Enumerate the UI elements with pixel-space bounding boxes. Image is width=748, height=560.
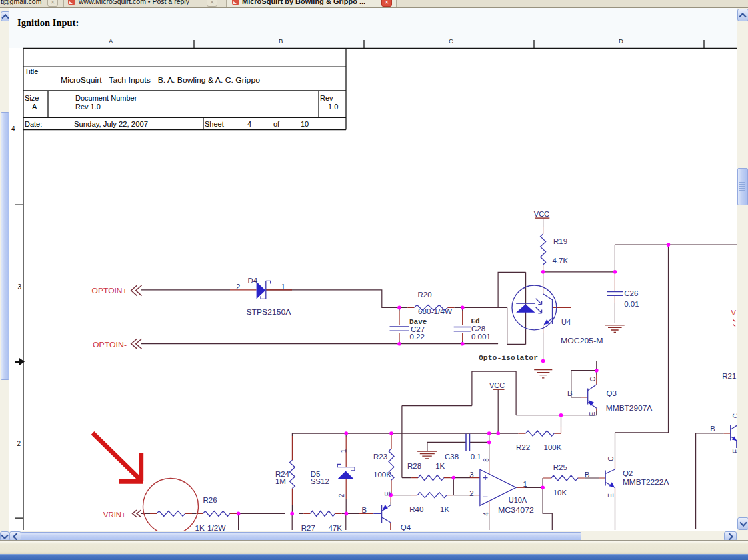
svg-text:2: 2 xyxy=(17,440,21,447)
svg-text:MC34072: MC34072 xyxy=(498,506,534,514)
svg-text:0.1: 0.1 xyxy=(471,453,481,461)
svg-text:Dave: Dave xyxy=(409,318,427,326)
svg-text:Opto-isolator: Opto-isolator xyxy=(479,353,538,362)
svg-text:MOC205-M: MOC205-M xyxy=(561,337,603,345)
svg-text:3: 3 xyxy=(469,471,473,479)
svg-text:Date:: Date: xyxy=(25,120,42,128)
svg-text:1: 1 xyxy=(523,480,527,488)
svg-text:C28: C28 xyxy=(471,325,485,333)
svg-text:100K: 100K xyxy=(373,471,391,479)
svg-text:R28: R28 xyxy=(407,462,421,470)
svg-text:A: A xyxy=(109,37,113,45)
svg-text:MMBT2907A: MMBT2907A xyxy=(606,404,653,412)
svg-text:Size: Size xyxy=(25,94,39,102)
svg-text:C: C xyxy=(589,377,597,381)
svg-text:VCC: VCC xyxy=(489,381,505,389)
svg-text:1.0: 1.0 xyxy=(328,103,338,111)
svg-text:4: 4 xyxy=(247,120,251,128)
svg-text:2: 2 xyxy=(338,493,345,497)
svg-text:0.22: 0.22 xyxy=(410,333,425,341)
svg-text:C38: C38 xyxy=(445,453,459,461)
svg-text:Rev: Rev xyxy=(320,94,333,102)
svg-text:V: V xyxy=(731,309,737,317)
svg-text:D4: D4 xyxy=(247,277,257,285)
svg-text:Q4: Q4 xyxy=(401,523,411,531)
svg-text:R19: R19 xyxy=(553,237,567,245)
svg-text:Title: Title xyxy=(25,67,38,75)
svg-text:10: 10 xyxy=(301,120,309,128)
svg-text:4: 4 xyxy=(483,512,490,516)
svg-text:Sheet: Sheet xyxy=(205,120,224,128)
svg-text:100K: 100K xyxy=(544,443,562,451)
svg-text:U4: U4 xyxy=(561,318,571,326)
svg-text:E: E xyxy=(607,493,615,498)
svg-text:Ignition Input:: Ignition Input: xyxy=(17,17,79,28)
svg-text:10K: 10K xyxy=(553,489,567,497)
svg-text:Sunday, July 22, 2007: Sunday, July 22, 2007 xyxy=(74,120,148,128)
svg-text:R21: R21 xyxy=(722,372,736,380)
svg-text:1K: 1K xyxy=(440,505,449,513)
svg-text:SS12: SS12 xyxy=(311,477,329,485)
svg-text:680-1/4W: 680-1/4W xyxy=(418,307,452,315)
svg-text:OPTOIN-: OPTOIN- xyxy=(93,341,127,349)
svg-text:E: E xyxy=(384,491,391,496)
svg-text:8: 8 xyxy=(483,458,490,462)
svg-text:3: 3 xyxy=(18,283,22,291)
svg-text:0.001: 0.001 xyxy=(471,333,491,341)
svg-text:1K-1/2W: 1K-1/2W xyxy=(195,524,226,531)
svg-text:1: 1 xyxy=(281,283,285,291)
svg-text:B: B xyxy=(567,389,573,397)
svg-text:Q3: Q3 xyxy=(607,389,617,397)
svg-text:0.01: 0.01 xyxy=(624,300,639,308)
svg-text:R26: R26 xyxy=(203,496,217,504)
svg-text:A: A xyxy=(32,103,37,111)
svg-text:Document Number: Document Number xyxy=(75,94,137,102)
svg-text:E: E xyxy=(589,411,596,416)
svg-text:R22: R22 xyxy=(516,443,530,451)
svg-text:4.7K: 4.7K xyxy=(553,257,569,265)
svg-text:MMBT2222A: MMBT2222A xyxy=(623,478,669,486)
svg-text:R40: R40 xyxy=(409,505,423,513)
svg-text:MicroSquirt - Tach Inputs - B.: MicroSquirt - Tach Inputs - B. A. Bowlin… xyxy=(61,76,260,84)
svg-text:C: C xyxy=(449,37,453,45)
svg-text:of: of xyxy=(273,120,280,128)
svg-text:VRIN+: VRIN+ xyxy=(103,511,126,519)
svg-text:C: C xyxy=(607,456,615,461)
svg-text:U10A: U10A xyxy=(509,496,527,504)
svg-text:Ed: Ed xyxy=(471,317,480,325)
svg-text:B: B xyxy=(362,506,367,514)
svg-text:R25: R25 xyxy=(553,463,567,471)
svg-text:R27: R27 xyxy=(301,524,315,531)
svg-text:Rev 1.0: Rev 1.0 xyxy=(75,103,101,111)
svg-text:2: 2 xyxy=(469,489,473,497)
svg-text:E: E xyxy=(732,449,737,453)
svg-text:B: B xyxy=(279,37,283,45)
svg-text:STPS2150A: STPS2150A xyxy=(246,308,291,316)
svg-text:OPTOIN+: OPTOIN+ xyxy=(92,287,127,295)
svg-text:C: C xyxy=(732,413,737,418)
svg-text:C26: C26 xyxy=(624,289,638,297)
svg-text:B: B xyxy=(585,471,590,479)
svg-text:D: D xyxy=(619,37,623,45)
svg-text:Q2: Q2 xyxy=(623,469,633,477)
svg-text:4: 4 xyxy=(11,125,15,133)
svg-text:1M: 1M xyxy=(275,477,286,485)
svg-text:VCC: VCC xyxy=(534,210,549,218)
svg-text:1K: 1K xyxy=(435,462,445,470)
svg-text:R20: R20 xyxy=(418,291,432,299)
svg-text:2: 2 xyxy=(236,283,240,291)
svg-text:R23: R23 xyxy=(373,453,387,461)
svg-text:B: B xyxy=(710,425,715,433)
svg-text:47K: 47K xyxy=(328,524,342,531)
svg-text:1: 1 xyxy=(340,449,347,453)
